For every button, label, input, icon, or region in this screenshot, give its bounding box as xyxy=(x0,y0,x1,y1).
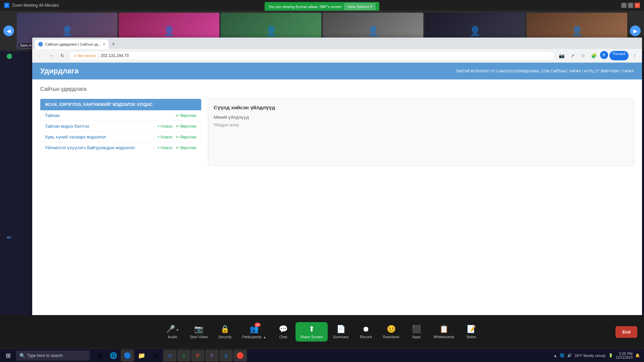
right-panel-section: Миний үйлдлүүд xyxy=(214,115,628,120)
forward-button[interactable]: → xyxy=(46,51,56,60)
edit-button[interactable]: ✏ Өөрчлөх xyxy=(176,145,197,150)
menu-button[interactable]: ⋮ xyxy=(630,51,639,60)
search-placeholder: Type here to search xyxy=(27,353,63,358)
taskbar-app-edge[interactable]: 🌐 xyxy=(107,350,120,362)
add-button[interactable]: + Нэмэх xyxy=(157,124,172,129)
menu-item-name[interactable]: Хувь хүний талаарх мэдээлэл xyxy=(45,134,106,139)
minimize-button[interactable]: − xyxy=(621,3,627,8)
screenshot-button[interactable]: 📷 xyxy=(557,51,567,60)
toolbar-share-screen[interactable]: ⬆ Share Screen xyxy=(296,322,327,342)
annotation-pencil-icon[interactable]: ✏ xyxy=(7,234,12,241)
menu-item: Үйлчилгээ үзүүлэгч байгуулагдын мэдээлэл… xyxy=(40,142,201,153)
toolbar-start-video[interactable]: 📷 Start Video xyxy=(185,323,213,341)
previous-video-button[interactable]: ◀ xyxy=(3,25,14,36)
sync-paused-button[interactable]: Paused xyxy=(609,51,629,60)
notification-center-icon[interactable]: 🔔 xyxy=(635,353,640,358)
left-panel: ЖСАХ, ХЭРЭГЛЭЭ, ХАНГАМЖИЙГ МЭДЭЭЛЭХ ХУУД… xyxy=(40,99,201,166)
start-button[interactable]: ⊞ xyxy=(0,349,16,362)
reactions-icon: 😊 xyxy=(387,325,396,334)
site-main: ЖСАХ, ХЭРЭГЛЭЭ, ХАНГАМЖИЙГ МЭДЭЭЛЭХ ХУУД… xyxy=(40,99,634,166)
taskbar-app-explorer[interactable]: 📁 xyxy=(135,350,148,362)
security-icon: 🔒 xyxy=(220,325,229,334)
browser-chrome: Сайтын удирдлага | Сайтын уд... × + ← → … xyxy=(32,38,642,63)
taskbar-app-ppt2[interactable]: P xyxy=(205,350,219,362)
menu-item-name[interactable]: Тайлан xyxy=(45,113,60,118)
right-panel: Сүүлд хийсэн үйлдлүүд Миний үйлдлүүд Үйл… xyxy=(208,99,634,166)
address-bar[interactable]: ⚠ Not secure | 202.131.244.73 xyxy=(69,51,555,60)
record-label: Record xyxy=(360,335,372,339)
menu-item-name[interactable]: Тайлан мэдээ бэлтгэх xyxy=(45,124,89,129)
taskbar-app-chrome[interactable]: 🔵 xyxy=(121,350,134,362)
zoom-toolbar: 🎤▲ Audio 📷 Start Video 🔒 Security 👥 20 P… xyxy=(0,315,644,349)
menu-item-actions: + Нэмэх ✏ Өөрчлөх xyxy=(157,145,197,150)
windows-taskbar: ⊞ 🔍 Type here to search ⊞ 🌐 🔵 📁 ✉ W X P … xyxy=(0,349,644,362)
browser-tabs: Сайтын удирдлага | Сайтын уд... × + xyxy=(32,38,642,49)
taskbar-app-ppt[interactable]: P xyxy=(191,350,205,362)
edit-button[interactable]: ✏ Өөрчлөх xyxy=(176,113,197,118)
bookmark-button[interactable]: ☆ xyxy=(579,51,588,60)
toolbar-summary[interactable]: 📄 Summary xyxy=(328,323,354,341)
participants-label: Participants ▲ xyxy=(242,335,266,339)
new-tab-button[interactable]: + xyxy=(109,40,118,49)
profile-button[interactable]: P xyxy=(600,51,608,59)
notes-label: Notes xyxy=(467,335,476,339)
maximize-button[interactable]: □ xyxy=(628,3,633,8)
whiteboards-label: Whiteboards xyxy=(434,335,454,339)
toolbar-whiteboards[interactable]: 📋 Whiteboards xyxy=(429,323,459,341)
tab-close-button[interactable]: × xyxy=(103,42,105,47)
toolbar-audio[interactable]: 🎤▲ Audio xyxy=(161,323,184,341)
share-screen-label: Share Screen xyxy=(300,335,323,339)
start-video-label: Start Video xyxy=(190,335,208,339)
taskbar-app-other[interactable]: 🔴 xyxy=(233,350,247,362)
edit-button[interactable]: ✏ Өөрчлөх xyxy=(176,135,197,139)
toolbar-reactions[interactable]: 😊 Reactions xyxy=(378,323,404,341)
website-content: Удирдлага ТАВТАЙ МОРИЛНО УУ LHAGII201609… xyxy=(32,63,642,328)
taskbar-app-zoom[interactable]: Z xyxy=(219,350,233,362)
caret-icon: ▲ xyxy=(176,327,179,331)
back-button[interactable]: ← xyxy=(35,51,44,60)
volume-icon[interactable]: 🔊 xyxy=(567,353,572,358)
edit-button[interactable]: ✏ Өөрчлөх xyxy=(176,124,197,129)
toolbar-chat[interactable]: 💬 Chat xyxy=(271,323,295,341)
taskbar-search[interactable]: 🔍 Type here to search xyxy=(16,351,90,361)
toolbar-security[interactable]: 🔒 Security xyxy=(213,323,237,341)
reactions-label: Reactions xyxy=(383,335,399,339)
participants-icon: 👥 20 xyxy=(250,325,259,334)
active-tab[interactable]: Сайтын удирдлага | Сайтын уд... × xyxy=(35,40,109,49)
browser-actions: 📷 ↗ ☆ 🧩 P Paused ⋮ xyxy=(557,51,639,60)
network-icon[interactable]: 🌐 xyxy=(560,353,565,358)
tab-title: Сайтын удирдлага | Сайтын уд... xyxy=(45,42,101,46)
view-options-button[interactable]: View Options ▾ xyxy=(344,3,376,10)
browser-nav: ← → ↻ ⚠ Not secure | 202.131.244.73 📷 ↗ … xyxy=(32,49,642,62)
add-button[interactable]: + Нэмэх xyxy=(157,145,172,150)
next-video-button[interactable]: ▶ xyxy=(630,25,641,36)
video-icon: 📷 xyxy=(194,325,203,334)
taskbar-app-word[interactable]: W xyxy=(163,350,176,362)
taskbar-app-view[interactable]: ⊞ xyxy=(93,350,106,362)
apps-label: Apps xyxy=(412,335,421,339)
system-clock[interactable]: 3:25 PM 11/21/2023 xyxy=(616,352,633,359)
taskbar-app-mail[interactable]: ✉ xyxy=(149,350,162,362)
taskbar-app-excel[interactable]: X xyxy=(177,350,191,362)
battery-icon: 🔋 xyxy=(608,353,613,358)
extension-button[interactable]: 🧩 xyxy=(589,51,599,60)
end-meeting-button[interactable]: End xyxy=(615,326,637,338)
add-button[interactable]: + Нэмэх xyxy=(157,135,172,139)
connection-status-indicator xyxy=(7,54,12,59)
toolbar-record[interactable]: ⏺ Record xyxy=(354,323,378,341)
search-icon: 🔍 xyxy=(19,353,25,358)
browser-action-share[interactable]: ↗ xyxy=(568,51,577,60)
close-button[interactable]: × xyxy=(635,3,640,8)
toolbar-participants[interactable]: 👥 20 Participants ▲ xyxy=(237,323,271,341)
notes-icon: 📝 xyxy=(467,325,476,334)
right-panel-title: Сүүлд хийсэн үйлдлүүд xyxy=(214,105,628,111)
taskbar-app-icons: ⊞ 🌐 🔵 📁 ✉ W X P P Z 🔴 xyxy=(90,350,549,362)
toolbar-notes[interactable]: 📝 Notes xyxy=(460,323,483,341)
toolbar-apps[interactable]: ⬛ Apps xyxy=(405,323,428,341)
zoom-icon: Z xyxy=(4,3,9,8)
chevron-down-icon: ▾ xyxy=(370,4,372,9)
security-label: Security xyxy=(218,335,232,339)
menu-item-name[interactable]: Үйлчилгээ үзүүлэгч байгуулагдын мэдээлэл xyxy=(45,145,135,150)
show-hidden-icon[interactable]: ▲ xyxy=(553,354,557,358)
refresh-button[interactable]: ↻ xyxy=(58,51,67,60)
